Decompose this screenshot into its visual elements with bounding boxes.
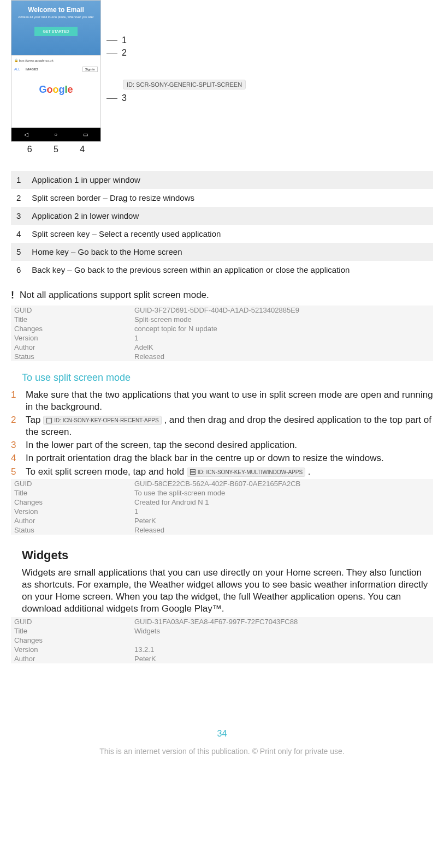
legend-num: 4 bbox=[11, 225, 26, 243]
meta-value: GUID-58CE22CB-562A-402F-B607-0AE2165FA2C… bbox=[131, 479, 433, 488]
step-text-part: . bbox=[305, 466, 310, 477]
meta-label: Version bbox=[11, 507, 131, 516]
meta-label: Version bbox=[11, 645, 131, 654]
step-text: In portrait orientation drag the black b… bbox=[26, 452, 433, 464]
subheading-use-split-screen: To use split screen mode bbox=[22, 372, 433, 384]
phone-mockup: Welcome to Email Access all your mail in… bbox=[11, 0, 101, 142]
step-number: 4 bbox=[11, 452, 17, 464]
tab-all: ALL bbox=[14, 68, 20, 71]
steps-list: 1Make sure that the two applications tha… bbox=[11, 389, 433, 478]
meta-value: concept topic for N update bbox=[131, 324, 433, 333]
callout-2: 2 bbox=[122, 48, 127, 58]
metadata-table-3: GUIDGUID-31FA03AF-3EA8-4F67-997F-72FC704… bbox=[11, 617, 433, 663]
step-text: Tap ID: ICN-SONY-KEY-OPEN-RECENT-APPS , … bbox=[26, 414, 433, 438]
signin-button: Sign in bbox=[82, 67, 98, 72]
meta-label: Status bbox=[11, 525, 131, 535]
step-text-part: To exit split screen mode, tap and hold bbox=[26, 466, 187, 477]
meta-label: Version bbox=[11, 333, 131, 343]
svg-rect-2 bbox=[190, 472, 195, 475]
meta-value: AdelK bbox=[131, 343, 433, 352]
url-text: bps://www.google.co.uk bbox=[19, 59, 54, 62]
home-key-icon: ○ bbox=[54, 131, 57, 137]
legend-text: Back key – Go back to the previous scree… bbox=[26, 261, 433, 279]
lock-icon: 🔒 bbox=[14, 58, 18, 62]
meta-value: To use the split-screen mode bbox=[131, 488, 433, 498]
callout-1: 1 bbox=[122, 35, 127, 45]
metadata-table-1: GUIDGUID-3F27D691-5DDF-404D-A1AD-5213402… bbox=[11, 306, 433, 361]
step-text: In the lower part of the screen, tap the… bbox=[26, 439, 433, 451]
meta-label: Changes bbox=[11, 498, 131, 507]
google-logo: Google bbox=[11, 73, 100, 106]
step-number: 3 bbox=[11, 439, 17, 451]
bottom-callouts: 6 5 4 bbox=[11, 145, 101, 154]
meta-value bbox=[131, 636, 433, 645]
meta-value: Released bbox=[131, 352, 433, 361]
page-number: 34 bbox=[11, 729, 433, 739]
callout-3: 3 bbox=[122, 93, 127, 103]
svg-rect-1 bbox=[190, 470, 195, 472]
legend-text: Split screen border – Drag to resize win… bbox=[26, 189, 433, 207]
legend-num: 3 bbox=[11, 207, 26, 225]
meta-label: GUID bbox=[11, 617, 131, 626]
meta-label: Author bbox=[11, 516, 131, 525]
meta-label: GUID bbox=[11, 306, 131, 315]
metadata-table-2: GUIDGUID-58CE22CB-562A-402F-B607-0AE2165… bbox=[11, 479, 433, 535]
footer-note: This is an internet version of this publ… bbox=[11, 747, 433, 767]
get-started-button: GET STARTED bbox=[34, 27, 77, 36]
figure-split-screen: Welcome to Email Access all your mail in… bbox=[11, 0, 433, 154]
meta-label: Author bbox=[11, 654, 131, 663]
app1-title: Welcome to Email bbox=[14, 6, 98, 14]
meta-label: Title bbox=[11, 626, 131, 636]
meta-value: 13.2.1 bbox=[131, 645, 433, 654]
nav-bar: ◁ ○ ▭ bbox=[11, 128, 100, 141]
meta-label: Changes bbox=[11, 324, 131, 333]
step-number: 5 bbox=[11, 466, 17, 478]
meta-value: Widgets bbox=[131, 626, 433, 636]
step-text-part: Tap bbox=[26, 415, 43, 425]
meta-value: PeterK bbox=[131, 654, 433, 663]
step-text: To exit split screen mode, tap and hold … bbox=[26, 466, 433, 478]
meta-label: GUID bbox=[11, 479, 131, 488]
tab-images: IMAGES bbox=[26, 68, 38, 71]
note: ! Not all applications support split scr… bbox=[11, 290, 433, 301]
heading-widgets: Widgets bbox=[22, 548, 433, 562]
meta-label: Title bbox=[11, 315, 131, 324]
legend-num: 6 bbox=[11, 261, 26, 279]
legend-num: 5 bbox=[11, 243, 26, 261]
legend-table: 1Application 1 in upper window 2Split sc… bbox=[11, 171, 433, 279]
meta-label: Author bbox=[11, 343, 131, 352]
recent-apps-icon: ID: ICN-SONY-KEY-OPEN-RECENT-APPS bbox=[43, 416, 162, 425]
app1-subtitle: Access all your mail in one place, where… bbox=[14, 15, 98, 19]
back-key-icon: ◁ bbox=[24, 131, 28, 137]
callout-4: 4 bbox=[80, 145, 85, 154]
meta-value: Released bbox=[131, 525, 433, 535]
note-text: Not all applications support split scree… bbox=[20, 290, 209, 301]
meta-value: Split-screen mode bbox=[131, 315, 433, 324]
side-area: 1 2 ID: SCR-SONY-GENERIC-SPLIT-SCREEN 3 bbox=[106, 0, 246, 106]
recent-key-icon: ▭ bbox=[83, 131, 88, 137]
callout-5: 5 bbox=[54, 145, 58, 154]
icon-id: ID: ICN-SONY-KEY-MULTIWINDOW-APPS bbox=[198, 469, 303, 476]
screenshot-id-label: ID: SCR-SONY-GENERIC-SPLIT-SCREEN bbox=[123, 80, 246, 89]
legend-text: Application 1 in upper window bbox=[26, 171, 433, 189]
step-text: Make sure that the two applications that… bbox=[26, 389, 433, 413]
legend-text: Application 2 in lower window bbox=[26, 207, 433, 225]
legend-text: Home key – Go back to the Home screen bbox=[26, 243, 433, 261]
exclamation-icon: ! bbox=[11, 290, 14, 301]
meta-value: Created for Android N 1 bbox=[131, 498, 433, 507]
icon-id: ID: ICN-SONY-KEY-OPEN-RECENT-APPS bbox=[54, 417, 159, 424]
svg-rect-0 bbox=[47, 418, 52, 423]
legend-num: 1 bbox=[11, 171, 26, 189]
meta-value: GUID-31FA03AF-3EA8-4F67-997F-72FC7043FC8… bbox=[131, 617, 433, 626]
meta-label: Changes bbox=[11, 636, 131, 645]
meta-value: PeterK bbox=[131, 516, 433, 525]
meta-value: GUID-3F27D691-5DDF-404D-A1AD-5213402885E… bbox=[131, 306, 433, 315]
multiwindow-icon: ID: ICN-SONY-KEY-MULTIWINDOW-APPS bbox=[187, 468, 305, 477]
step-number: 2 bbox=[11, 414, 17, 438]
widgets-body: Widgets are small applications that you … bbox=[22, 567, 433, 615]
meta-value: 1 bbox=[131, 507, 433, 516]
legend-text: Split screen key – Select a recently use… bbox=[26, 225, 433, 243]
step-number: 1 bbox=[11, 389, 17, 413]
legend-num: 2 bbox=[11, 189, 26, 207]
callout-6: 6 bbox=[27, 145, 32, 154]
